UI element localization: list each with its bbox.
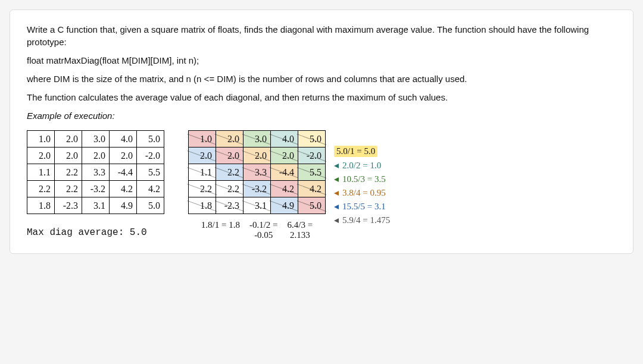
plain-cell: 2.0: [27, 148, 55, 164]
annotated-cell: 1.0: [189, 131, 216, 148]
annotated-cell: 2.0: [216, 148, 244, 164]
below-note-2: -0.1/2 = -0.05: [249, 220, 278, 240]
plain-cell: 5.5: [137, 164, 164, 181]
below-note-3: 6.4/3 = 2.133: [288, 220, 313, 240]
below-note-3-bot: 2.133: [288, 230, 313, 240]
annotated-cell: 2.0: [189, 148, 216, 164]
legend-row-5: 5.9/4 = 1.475: [334, 215, 390, 225]
annotated-block: 1.0 2.0 3.0 4.0 5.0 2.0 2.0 2.0 2.0 -2.0: [188, 130, 616, 240]
legend-row-2: 10.5/3 = 3.5: [334, 174, 390, 184]
below-note-3-top: 6.4/3 =: [288, 220, 313, 230]
legend-text-5: 5.9/4 = 1.475: [342, 215, 390, 225]
plain-cell: 3.0: [82, 131, 110, 148]
annotated-cell: 2.2: [216, 164, 244, 181]
annotated-cell: 2.0: [216, 131, 244, 148]
example-label: Example of execution:: [27, 109, 616, 122]
plain-cell: -3.2: [82, 181, 110, 197]
plain-cell: -2.0: [137, 148, 164, 164]
legend-row-1: 2.0/2 = 1.0: [334, 161, 390, 171]
below-note-2-top: -0.1/2 =: [249, 220, 278, 230]
plain-cell: 4.9: [110, 197, 137, 214]
legend-row-4: 15.5/5 = 3.1: [334, 202, 390, 212]
legend-text-3: 3.8/4 = 0.95: [342, 188, 386, 198]
annotated-cell: 5.5: [298, 164, 326, 181]
example-row: 1.0 2.0 3.0 4.0 5.0 2.0 2.0 2.0 2.0 -2.0…: [27, 130, 616, 240]
plain-cell: 5.0: [137, 197, 164, 214]
annotated-cell: -2.0: [298, 148, 326, 164]
annotated-cell: -4.4: [271, 164, 298, 181]
plain-cell: -4.4: [110, 164, 137, 181]
legend-text-0: 5.0/1 = 5.0: [334, 146, 377, 157]
result-line: Max diag average: 5.0: [27, 227, 164, 238]
problem-text-3: The function calculates the average valu…: [27, 91, 616, 103]
annotated-cell: 5.0: [298, 197, 326, 214]
plain-cell: 2.0: [82, 148, 110, 164]
annotated-cell: 3.3: [244, 164, 271, 181]
annotated-cell: 1.1: [189, 164, 216, 181]
plain-cell: 2.0: [110, 148, 137, 164]
annotated-matrix-wrap: 1.0 2.0 3.0 4.0 5.0 2.0 2.0 2.0 2.0 -2.0: [188, 130, 326, 240]
legend-text-2: 10.5/3 = 3.5: [342, 174, 386, 184]
below-note-1: 1.8/1 = 1.8: [201, 220, 240, 240]
annotated-cell: 2.2: [189, 181, 216, 197]
plain-cell: 2.0: [55, 131, 82, 148]
plain-cell: 1.1: [27, 164, 55, 181]
problem-prose: Write a C function that, given a square …: [27, 23, 616, 122]
function-prototype: float matrMaxDiag(float M[DIM][DIM], int…: [27, 54, 616, 67]
problem-text-2: where DIM is the size of the matrix, and…: [27, 73, 616, 85]
annotated-cell: 3.1: [244, 197, 271, 214]
plain-cell: 4.2: [110, 181, 137, 197]
arrow-icon: [334, 177, 339, 182]
arrow-icon: [334, 164, 339, 168]
legend-row-0: 5.0/1 = 5.0: [334, 146, 390, 157]
plain-matrix: 1.0 2.0 3.0 4.0 5.0 2.0 2.0 2.0 2.0 -2.0…: [27, 130, 164, 214]
plain-cell: 2.2: [27, 181, 55, 197]
below-note-1-text: 1.8/1 = 1.8: [201, 220, 240, 230]
annotated-cell: 2.0: [244, 148, 271, 164]
annotated-cell: 4.9: [271, 197, 298, 214]
arrow-icon: [334, 205, 339, 209]
plain-matrix-block: 1.0 2.0 3.0 4.0 5.0 2.0 2.0 2.0 2.0 -2.0…: [27, 130, 164, 238]
plain-cell: 5.0: [137, 131, 164, 148]
plain-cell: -2.3: [55, 197, 82, 214]
problem-card: Write a C function that, given a square …: [10, 10, 633, 254]
below-note-2-bot: -0.05: [249, 230, 278, 240]
plain-cell: 1.8: [27, 197, 55, 214]
annotated-cell: 5.0: [298, 131, 326, 148]
annotated-matrix: 1.0 2.0 3.0 4.0 5.0 2.0 2.0 2.0 2.0 -2.0: [188, 130, 326, 214]
annotated-cell: -3.2: [244, 181, 271, 197]
annotated-cell: 3.0: [244, 131, 271, 148]
arrow-icon: [334, 218, 339, 223]
below-notes: 1.8/1 = 1.8 -0.1/2 = -0.05 6.4/3 = 2.133: [201, 220, 313, 240]
plain-cell: 4.0: [110, 131, 137, 148]
problem-text-1: Write a C function that, given a square …: [27, 23, 616, 48]
plain-cell: 1.0: [27, 131, 55, 148]
annotated-cell: 2.2: [216, 181, 244, 197]
annotated-cell: 1.8: [189, 197, 216, 214]
annotated-cell: 4.2: [271, 181, 298, 197]
annotated-cell: 2.0: [271, 148, 298, 164]
plain-cell: 2.2: [55, 181, 82, 197]
legend-text-1: 2.0/2 = 1.0: [342, 161, 381, 171]
annotated-cell: -2.3: [216, 197, 244, 214]
plain-cell: 3.3: [82, 164, 110, 181]
annotated-cell: 4.0: [271, 131, 298, 148]
plain-cell: 3.1: [82, 197, 110, 214]
plain-cell: 2.0: [55, 148, 82, 164]
plain-cell: 4.2: [137, 181, 164, 197]
legend: 5.0/1 = 5.0 2.0/2 = 1.0 10.5/3 = 3.5 3.8…: [334, 146, 390, 225]
arrow-icon: [334, 191, 339, 196]
plain-cell: 2.2: [55, 164, 82, 181]
annotated-cell: 4.2: [298, 181, 326, 197]
legend-row-3: 3.8/4 = 0.95: [334, 188, 390, 198]
legend-text-4: 15.5/5 = 3.1: [342, 202, 386, 212]
